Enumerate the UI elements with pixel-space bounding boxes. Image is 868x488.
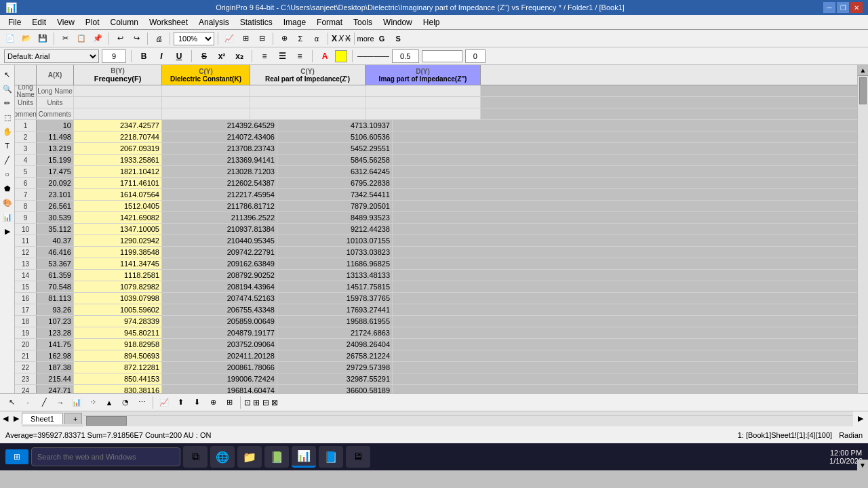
- app7-button[interactable]: 🖥: [346, 446, 370, 468]
- plus-button[interactable]: ⊕: [277, 31, 292, 46]
- font-color-button[interactable]: A: [317, 49, 332, 63]
- cell-a-7[interactable]: 23.101: [37, 189, 74, 200]
- menu-window[interactable]: Window: [378, 16, 418, 28]
- strikethrough-button[interactable]: S: [197, 49, 212, 63]
- cell-a-13[interactable]: 53.367: [37, 258, 74, 269]
- taskview-button[interactable]: ⧉: [183, 446, 208, 468]
- cell-a-15[interactable]: 70.548: [37, 281, 74, 292]
- cell-a-8[interactable]: 26.561: [37, 201, 74, 211]
- draw-import[interactable]: ⬇: [189, 395, 204, 410]
- cell-c-22[interactable]: 200861.78066: [162, 362, 277, 373]
- cell-a-11[interactable]: 40.37: [37, 235, 74, 246]
- col-header-c2[interactable]: C(Y) Real part of Impedance(Z'): [250, 65, 366, 85]
- cell-a-5[interactable]: 17.475: [37, 166, 74, 177]
- cell-a-21[interactable]: 162.98: [37, 350, 74, 361]
- cell-a-3[interactable]: 13.219: [37, 143, 74, 154]
- pointer-tool[interactable]: ↖: [1, 68, 14, 81]
- table-button[interactable]: ⊞: [238, 31, 253, 46]
- col-header-d[interactable]: D(Y) Imag part of Impedance(Z''): [366, 65, 481, 85]
- print-button[interactable]: 🖨: [151, 31, 166, 46]
- explorer-button[interactable]: 📁: [237, 446, 262, 468]
- cell-d-longname[interactable]: [366, 85, 481, 96]
- graph-button[interactable]: 📈: [222, 31, 237, 46]
- scroll-right-button[interactable]: ▶: [853, 411, 868, 426]
- draw-area[interactable]: ▲: [102, 395, 117, 410]
- cell-d-5[interactable]: 6312.64245: [277, 166, 393, 177]
- draw-line[interactable]: ╱: [37, 395, 52, 410]
- color-tool[interactable]: 🎨: [1, 196, 14, 209]
- restore-button[interactable]: ❐: [837, 2, 849, 13]
- select-tool[interactable]: ⬚: [1, 110, 14, 124]
- cell-b-8[interactable]: 1512.0405: [74, 201, 162, 211]
- save-button[interactable]: 💾: [35, 31, 50, 46]
- col-header-b[interactable]: B(Y) Frequency(F): [74, 65, 162, 85]
- cell-d-6[interactable]: 6795.22838: [277, 178, 393, 188]
- zoom-tool[interactable]: 🔍: [1, 82, 14, 96]
- cell-b-5[interactable]: 1821.10412: [74, 166, 162, 177]
- align-right-button[interactable]: ≡: [292, 49, 307, 63]
- align-left-button[interactable]: ≡: [257, 49, 272, 63]
- menu-analysis[interactable]: Analysis: [193, 16, 235, 28]
- cell-c-11[interactable]: 210440.95345: [162, 235, 277, 246]
- cell-b-13[interactable]: 1141.34745: [74, 258, 162, 269]
- alpha-button[interactable]: α: [309, 31, 324, 46]
- cell-c-21[interactable]: 202411.20128: [162, 350, 277, 361]
- superscript-button[interactable]: x²: [214, 49, 229, 63]
- cell-d-14[interactable]: 13133.48133: [277, 270, 393, 281]
- cell-d-18[interactable]: 19588.61955: [277, 316, 393, 327]
- cell-b-24[interactable]: 830.38116: [74, 385, 162, 393]
- cell-c-12[interactable]: 209742.22791: [162, 247, 277, 258]
- menu-statistics[interactable]: Statistics: [235, 16, 278, 28]
- cell-c-5[interactable]: 213028.71203: [162, 166, 277, 177]
- cell-c-10[interactable]: 210937.81384: [162, 224, 277, 235]
- cell-a-10[interactable]: 35.112: [37, 224, 74, 235]
- border-input[interactable]: [465, 49, 486, 63]
- cell-c-7[interactable]: 212217.45954: [162, 189, 277, 200]
- cell-c-14[interactable]: 208792.90252: [162, 270, 277, 281]
- cell-c-13[interactable]: 209162.63849: [162, 258, 277, 269]
- vertical-scrollbar[interactable]: ▲ ▼: [857, 65, 868, 393]
- draw-graph[interactable]: 📈: [157, 395, 172, 410]
- cell-d-11[interactable]: 10103.07155: [277, 235, 393, 246]
- cell-b-23[interactable]: 850.44153: [74, 373, 162, 384]
- cell-c-units[interactable]: [162, 97, 250, 108]
- cell-c-3[interactable]: 213708.23743: [162, 143, 277, 154]
- draw-arrow[interactable]: →: [53, 395, 68, 410]
- new-button[interactable]: 📄: [3, 31, 18, 46]
- taskbar-search[interactable]: [31, 447, 180, 466]
- draw-dot[interactable]: ·: [20, 395, 35, 410]
- cell-a-4[interactable]: 15.199: [37, 155, 74, 165]
- graph-type-tool[interactable]: 📊: [1, 210, 14, 224]
- cell-d-24[interactable]: 36600.58189: [277, 385, 393, 393]
- cell-a-17[interactable]: 93.26: [37, 304, 74, 315]
- zoom-select[interactable]: 100%: [174, 32, 214, 45]
- start-button[interactable]: ⊞: [5, 449, 28, 464]
- cell-c-20[interactable]: 203752.09064: [162, 339, 277, 350]
- cell-c-24[interactable]: 196814.60474: [162, 385, 277, 393]
- cut-button[interactable]: ✂: [58, 31, 73, 46]
- cell-b-20[interactable]: 918.82958: [74, 339, 162, 350]
- cell-c-17[interactable]: 206755.43348: [162, 304, 277, 315]
- draw-pie[interactable]: ◔: [118, 395, 133, 410]
- cell-c-8[interactable]: 211786.81712: [162, 201, 277, 211]
- cell-b-15[interactable]: 1079.82982: [74, 281, 162, 292]
- line-tool[interactable]: ╱: [1, 153, 14, 167]
- paste-button[interactable]: 📌: [90, 31, 105, 46]
- prev-sheet-button[interactable]: ◀: [0, 411, 11, 426]
- menu-view[interactable]: View: [52, 16, 80, 28]
- bold-button[interactable]: B: [136, 49, 151, 63]
- cell-c2-units[interactable]: [250, 97, 366, 108]
- cell-b-16[interactable]: 1039.07998: [74, 293, 162, 304]
- cell-c-23[interactable]: 199006.72424: [162, 373, 277, 384]
- cell-a-comments[interactable]: Comments: [37, 108, 74, 119]
- cell-b-1[interactable]: 2347.42577: [74, 120, 162, 131]
- col-header-c[interactable]: C(Y) Dielectric Constant(K): [162, 65, 250, 85]
- cell-b-12[interactable]: 1199.38548: [74, 247, 162, 258]
- cell-a-1[interactable]: 10: [37, 120, 74, 131]
- cell-a-2[interactable]: 11.498: [37, 131, 74, 142]
- copy-button[interactable]: 📋: [74, 31, 89, 46]
- draw-add-col[interactable]: ⊕: [205, 395, 220, 410]
- cell-c2-comments[interactable]: [250, 108, 366, 119]
- excel-button[interactable]: 📗: [264, 446, 289, 468]
- cell-d-2[interactable]: 5106.60536: [277, 131, 393, 142]
